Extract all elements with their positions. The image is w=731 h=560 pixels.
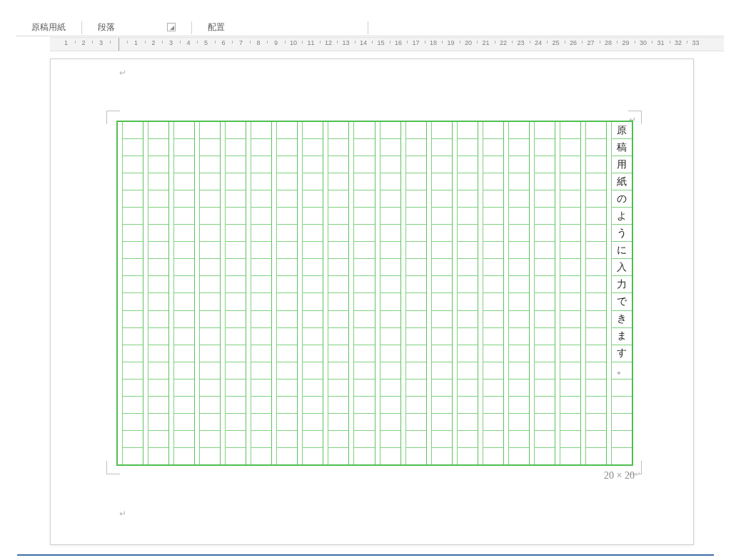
grid-cell[interactable] [123, 275, 143, 292]
grid-cell[interactable] [251, 224, 271, 241]
grid-cell[interactable] [174, 156, 194, 173]
grid-cell[interactable] [380, 327, 400, 345]
grid-cell[interactable] [328, 207, 348, 224]
grid-cell[interactable] [277, 275, 297, 292]
grid-cell[interactable] [123, 447, 143, 464]
grid-cell[interactable] [277, 207, 297, 224]
grid-cell[interactable] [277, 396, 297, 413]
grid-cell[interactable] [148, 310, 168, 327]
page[interactable]: ↵ ↵ ↵ 原稿用紙のように入力できます。 20 × 20↵ [50, 58, 694, 545]
grid-cell[interactable] [328, 396, 348, 413]
grid-cell[interactable] [148, 275, 168, 292]
grid-cell[interactable] [432, 156, 452, 173]
grid-cell[interactable] [509, 396, 529, 413]
grid-cell[interactable] [174, 413, 194, 430]
grid-cell[interactable] [174, 207, 194, 224]
grid-cell[interactable] [303, 122, 323, 138]
grid-cell[interactable] [483, 362, 503, 379]
grid-cell[interactable] [148, 207, 168, 224]
grid-cell[interactable] [380, 396, 400, 413]
grid-cell[interactable] [586, 292, 606, 310]
character-column[interactable] [534, 122, 555, 464]
grid-cell[interactable] [251, 122, 271, 138]
grid-cell[interactable] [328, 345, 348, 362]
grid-cell[interactable] [406, 310, 426, 327]
grid-cell[interactable] [226, 207, 246, 224]
grid-cell[interactable] [380, 122, 400, 138]
grid-cell[interactable] [458, 275, 478, 292]
grid-cell[interactable] [277, 413, 297, 430]
grid-cell[interactable] [148, 345, 168, 362]
grid-cell[interactable] [612, 396, 632, 413]
grid-cell[interactable] [200, 379, 220, 396]
grid-cell[interactable] [328, 122, 348, 138]
grid-cell[interactable] [380, 362, 400, 379]
grid-cell[interactable] [560, 190, 580, 207]
grid-cell[interactable]: 用 [612, 156, 632, 173]
grid-cell[interactable] [303, 275, 323, 292]
grid-cell[interactable] [303, 138, 323, 156]
grid-cell[interactable] [483, 138, 503, 156]
grid-cell[interactable] [509, 224, 529, 241]
grid-cell[interactable] [303, 362, 323, 379]
grid-cell[interactable] [174, 190, 194, 207]
grid-cell[interactable] [303, 292, 323, 310]
grid-cell[interactable] [354, 275, 374, 292]
grid-cell[interactable] [200, 430, 220, 447]
grid-cell[interactable] [123, 413, 143, 430]
grid-cell[interactable] [560, 156, 580, 173]
grid-cell[interactable] [200, 310, 220, 327]
character-column[interactable]: 原稿用紙のように入力できます。 [611, 122, 632, 464]
grid-cell[interactable] [123, 156, 143, 173]
grid-cell[interactable] [148, 122, 168, 138]
grid-cell[interactable] [354, 310, 374, 327]
grid-cell[interactable] [277, 362, 297, 379]
grid-cell[interactable]: 。 [612, 362, 632, 379]
grid-cell[interactable] [406, 156, 426, 173]
grid-cell[interactable] [354, 241, 374, 258]
grid-cell[interactable] [251, 396, 271, 413]
grid-cell[interactable] [458, 190, 478, 207]
grid-cell[interactable] [123, 310, 143, 327]
grid-cell[interactable] [432, 413, 452, 430]
character-column[interactable] [225, 122, 246, 464]
grid-cell[interactable] [251, 207, 271, 224]
grid-cell[interactable] [200, 258, 220, 275]
character-column[interactable] [483, 122, 503, 464]
grid-cell[interactable] [586, 362, 606, 379]
grid-cell[interactable] [303, 396, 323, 413]
grid-cell[interactable] [226, 327, 246, 345]
grid-cell[interactable] [560, 173, 580, 190]
horizontal-ruler[interactable]: 3211234567891011121314151617181920212223… [50, 37, 724, 51]
grid-cell[interactable] [277, 379, 297, 396]
grid-cell[interactable] [432, 362, 452, 379]
grid-cell[interactable] [226, 173, 246, 190]
grid-cell[interactable] [251, 258, 271, 275]
grid-cell[interactable] [380, 345, 400, 362]
grid-cell[interactable] [509, 430, 529, 447]
grid-cell[interactable] [509, 447, 529, 464]
grid-cell[interactable] [560, 379, 580, 396]
grid-cell[interactable] [148, 224, 168, 241]
grid-cell[interactable]: 入 [612, 258, 632, 275]
grid-cell[interactable] [251, 413, 271, 430]
grid-cell[interactable] [303, 258, 323, 275]
grid-cell[interactable] [148, 413, 168, 430]
grid-cell[interactable] [354, 224, 374, 241]
grid-cell[interactable] [251, 138, 271, 156]
grid-cell[interactable] [174, 447, 194, 464]
grid-cell[interactable]: き [612, 310, 632, 327]
grid-cell[interactable] [406, 413, 426, 430]
grid-cell[interactable] [174, 258, 194, 275]
character-column[interactable] [405, 122, 426, 464]
grid-cell[interactable] [303, 447, 323, 464]
grid-cell[interactable] [354, 396, 374, 413]
grid-cell[interactable]: 力 [612, 275, 632, 292]
grid-cell[interactable]: に [612, 241, 632, 258]
ribbon-group-genkoyoshi[interactable]: 原稿用紙 [16, 21, 81, 35]
grid-cell[interactable] [586, 430, 606, 447]
grid-cell[interactable] [277, 122, 297, 138]
character-column[interactable] [585, 122, 606, 464]
grid-cell[interactable] [483, 379, 503, 396]
grid-cell[interactable] [560, 362, 580, 379]
